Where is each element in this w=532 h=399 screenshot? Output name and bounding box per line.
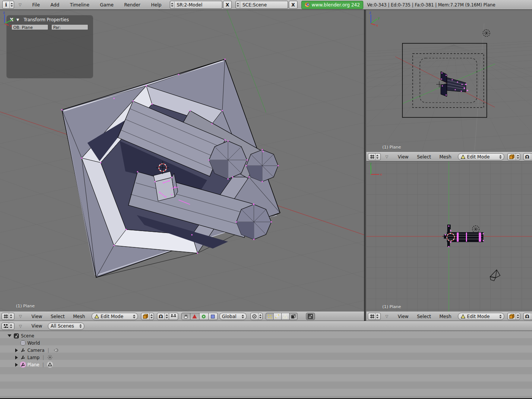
expand-icon[interactable] (8, 334, 11, 337)
expand-icon[interactable] (15, 348, 18, 352)
manipulator-mode-button[interactable] (169, 313, 178, 320)
draw-type-stepper[interactable] (516, 313, 520, 320)
draw-type-button[interactable] (507, 153, 520, 160)
occlude-geometry-button[interactable] (290, 313, 298, 320)
viewport-camera[interactable]: z y x (1) Plane (366, 10, 532, 152)
orientation-dropdown[interactable]: Global (219, 313, 247, 320)
lamp-data-icon[interactable] (47, 355, 53, 361)
header-collapse-icon[interactable]: ▽ (19, 314, 22, 318)
header-collapse-icon[interactable]: ▽ (385, 155, 388, 159)
viewport-type-stepper[interactable] (9, 313, 13, 320)
mode-dropdown[interactable]: Edit Mode (458, 153, 504, 160)
outliner-row-world[interactable]: World (0, 339, 532, 347)
expand-icon[interactable] (15, 356, 18, 359)
rotate-widget-button[interactable] (200, 313, 209, 320)
pivot-button[interactable]: Ω (523, 153, 532, 160)
header-collapse-icon[interactable]: ▽ (19, 324, 22, 328)
proportional-stepper[interactable] (258, 313, 262, 320)
pivot-stepper[interactable] (165, 313, 169, 320)
solid-draw-icon (142, 313, 149, 320)
draw-type-stepper[interactable] (149, 313, 154, 320)
menu-timeline[interactable]: Timeline (70, 2, 89, 8)
menu-file[interactable]: File (32, 2, 40, 8)
proportional-falloff-icon (252, 314, 256, 318)
scene-close-button[interactable]: X (289, 1, 298, 9)
info-window-icon: i (3, 2, 10, 8)
scene-stepper[interactable] (236, 2, 240, 8)
expand-icon[interactable] (15, 363, 18, 367)
viewport-type-button[interactable] (368, 153, 381, 160)
pivot-button[interactable]: Ω (157, 313, 169, 320)
draw-type-button[interactable] (141, 313, 154, 320)
axis-gizmo: z y x (0, 10, 17, 27)
mesh-data-icon[interactable] (47, 362, 53, 368)
menu-add[interactable]: Add (51, 2, 59, 8)
editmode-icon (94, 314, 99, 319)
edge-select-button[interactable] (274, 313, 282, 320)
mode-dropdown[interactable]: Edit Mode (458, 313, 504, 320)
pivot-button[interactable]: Ω (523, 313, 532, 320)
axis-gizmo: y x (366, 162, 384, 179)
app-window-type-button[interactable]: i (2, 1, 14, 9)
mode-dropdown[interactable]: Edit Mode (92, 313, 138, 320)
viewport-type-button[interactable] (368, 313, 381, 320)
outliner-row-scene[interactable]: Scene (0, 332, 532, 339)
viewport-3d-main[interactable]: X ▼ Transform Properties OB: Plane Par: … (0, 10, 364, 312)
scene-selector[interactable]: SCE:Scene (236, 1, 288, 9)
menu-help[interactable]: Help (151, 2, 162, 8)
scene-statistics: Ve:0-343 | Ed:0-735 | Fa:0-381 | Mem:7.2… (367, 2, 496, 8)
blender-version-button[interactable]: www.blender.org 242 (301, 1, 363, 9)
viewport-type-stepper[interactable] (375, 313, 379, 320)
hand-button[interactable] (181, 313, 190, 320)
proportional-edit-button[interactable] (250, 313, 263, 320)
viewport-type-stepper[interactable] (375, 154, 379, 160)
viewport-info-label: (1) Plane (382, 304, 401, 309)
scale-widget-button[interactable] (209, 313, 218, 320)
draw-type-stepper[interactable] (516, 154, 520, 160)
outliner-row-lamp[interactable]: Lamp | (0, 354, 532, 361)
screen-selector[interactable]: SR:2-Model (170, 1, 222, 9)
menu-select[interactable]: Select (51, 314, 65, 319)
lamp-icon (472, 226, 479, 233)
solid-draw-icon (508, 313, 515, 320)
editor-type-stepper[interactable] (9, 323, 13, 329)
viewport-side[interactable]: y x (1) Plane (366, 162, 532, 312)
outliner-row-plane[interactable]: Plane | (0, 361, 532, 368)
outliner-panel: Scene World Camera | (0, 331, 532, 398)
viewport-type-button[interactable] (2, 313, 14, 320)
menu-mesh[interactable]: Mesh (439, 314, 451, 319)
menu-view[interactable]: View (32, 314, 42, 319)
window-type-stepper[interactable] (10, 2, 14, 8)
menu-view[interactable]: View (398, 154, 408, 160)
render-preview-button[interactable] (306, 313, 315, 320)
viewport-header-main: ▽ View Select Mesh Edit Mode Ω (0, 312, 364, 321)
translate-widget-button[interactable] (190, 313, 200, 320)
editor-type-button[interactable] (2, 323, 14, 330)
menu-mesh[interactable]: Mesh (439, 154, 451, 160)
menu-select[interactable]: Select (417, 154, 431, 160)
menu-view[interactable]: View (398, 314, 408, 319)
menu-view[interactable]: View (32, 323, 42, 329)
pivot-group: Ω (157, 313, 178, 320)
menu-game[interactable]: Game (100, 2, 114, 8)
vertex-select-button[interactable] (266, 313, 274, 320)
menu-render[interactable]: Render (124, 2, 141, 8)
parent-field[interactable]: Par: (51, 24, 88, 30)
draw-type-button[interactable] (507, 313, 520, 320)
menu-mesh[interactable]: Mesh (73, 314, 85, 319)
camera-data-icon[interactable] (52, 347, 58, 353)
collapse-menu-icon[interactable]: ▽ (19, 3, 22, 7)
viewport-info-label: (1) Plane (16, 304, 35, 309)
scene-icon (13, 333, 19, 339)
screen-close-button[interactable]: X (223, 1, 232, 9)
transform-properties-panel[interactable]: X ▼ Transform Properties OB: Plane Par: (7, 16, 93, 78)
viewport-divider[interactable] (364, 10, 366, 321)
lamp-icon (483, 30, 490, 36)
header-collapse-icon[interactable]: ▽ (385, 314, 388, 318)
screen-stepper[interactable] (170, 2, 174, 8)
scenes-filter-dropdown[interactable]: All Scenes (48, 323, 84, 330)
menu-select[interactable]: Select (417, 314, 431, 319)
outliner-row-camera[interactable]: Camera | (0, 347, 532, 354)
occlude-cube-icon (290, 314, 296, 319)
face-select-button[interactable] (282, 313, 290, 320)
